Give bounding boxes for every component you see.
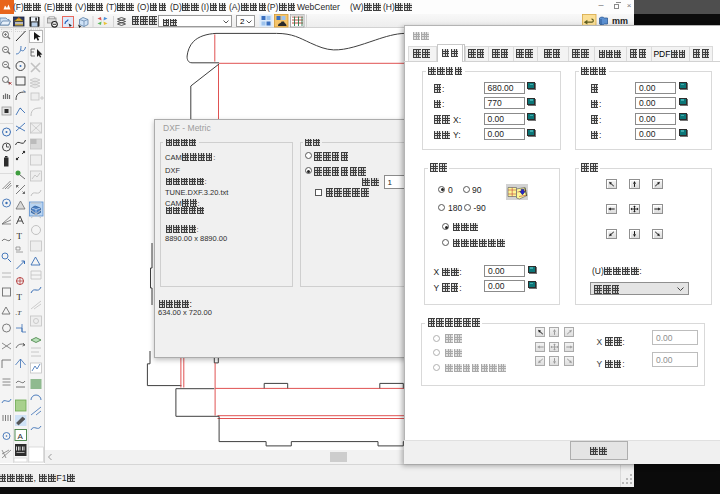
svg-text:A: A <box>18 432 24 441</box>
svg-text:.T: .T <box>16 309 23 317</box>
svg-text:T: T <box>17 231 23 241</box>
svg-text:T: T <box>17 292 23 302</box>
